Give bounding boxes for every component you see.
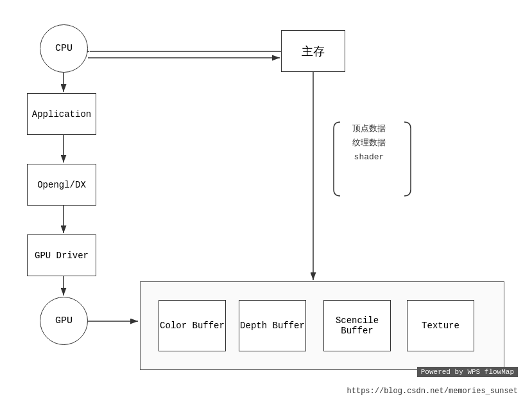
cpu-node: CPU — [40, 24, 88, 73]
main-memory-label: 主存 — [302, 44, 325, 59]
gpu-driver-node: GPU Driver — [27, 234, 96, 276]
opengl-label: Opengl/DX — [37, 180, 86, 190]
main-memory-node: 主存 — [281, 30, 345, 72]
url-text: https://blog.csdn.net/memories_sunset — [347, 387, 518, 396]
color-buffer-box: Color Buffer — [159, 300, 226, 351]
cpu-label: CPU — [55, 43, 73, 54]
url-label: https://blog.csdn.net/memories_sunset — [347, 387, 518, 396]
watermark-text: Powered by WPS flowMap — [421, 368, 514, 376]
texture-box: Texture — [407, 300, 474, 351]
depth-buffer-label: Depth Buffer — [240, 321, 305, 331]
application-label: Application — [32, 109, 91, 119]
vertex-data-line2: 纹理数据 — [327, 136, 411, 150]
vertex-data-line3: shader — [327, 150, 411, 164]
gpu-node: GPU — [40, 297, 88, 345]
watermark: Powered by WPS flowMap — [417, 367, 518, 377]
vertex-data-area: 顶点数据 纹理数据 shader — [327, 122, 411, 164]
vertex-data-line1: 顶点数据 — [327, 122, 411, 136]
scencile-buffer-label: Scencile Buffer — [324, 315, 390, 336]
gpu-container: Color Buffer Depth Buffer Scencile Buffe… — [140, 281, 504, 370]
opengl-node: Opengl/DX — [27, 164, 96, 206]
color-buffer-label: Color Buffer — [160, 321, 225, 331]
gpu-label: GPU — [55, 315, 73, 326]
gpu-driver-label: GPU Driver — [35, 251, 89, 261]
texture-label: Texture — [422, 321, 459, 331]
depth-buffer-box: Depth Buffer — [239, 300, 306, 351]
scencile-buffer-box: Scencile Buffer — [323, 300, 391, 351]
diagram-container: CPU 主存 Application Opengl/DX GPU Driver … — [0, 0, 532, 406]
application-node: Application — [27, 93, 96, 135]
